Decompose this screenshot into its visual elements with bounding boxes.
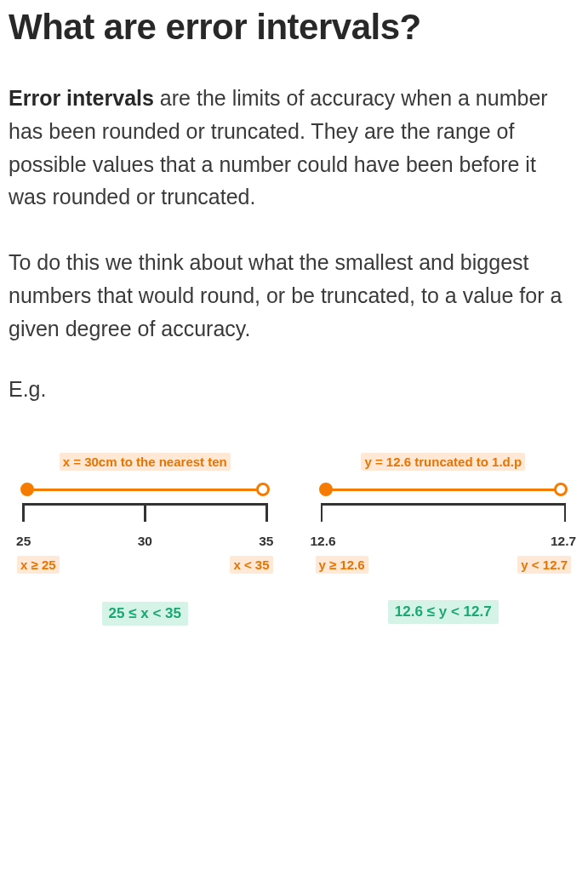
intro-bold: Error intervals	[9, 86, 154, 110]
endpoint-open-icon	[554, 483, 568, 496]
interval-line	[22, 483, 268, 498]
tick-label: 30	[138, 534, 152, 549]
axis-tick	[144, 503, 146, 522]
tick-label: 12.6	[310, 534, 335, 549]
endpoint-open-icon	[256, 483, 270, 496]
axis-tick	[321, 503, 323, 522]
tick-label: 12.7	[551, 534, 576, 549]
tick-labels: 12.6 12.7	[321, 534, 567, 551]
interval-bar	[22, 489, 268, 491]
intro-paragraph: Error intervals are the limits of accura…	[9, 82, 579, 214]
example-label: E.g.	[9, 377, 579, 402]
combined-inequality: 12.6 ≤ y < 12.7	[388, 600, 499, 624]
axis-tick	[22, 503, 25, 522]
axis	[22, 503, 268, 534]
lower-bound: x ≥ 25	[17, 556, 60, 574]
diagram-caption: y = 12.6 truncated to 1.d.p	[361, 453, 525, 471]
upper-bound: y < 12.7	[517, 556, 571, 574]
bound-inequalities: y ≥ 12.6 y < 12.7	[316, 556, 572, 576]
diagram-rounding: x = 30cm to the nearest ten 25 30 35 x ≥…	[17, 453, 273, 626]
lower-bound: y ≥ 12.6	[316, 556, 368, 574]
tick-labels: 25 30 35	[22, 534, 268, 551]
interval-bar	[321, 489, 567, 491]
axis-line	[321, 503, 567, 506]
diagram-truncation: y = 12.6 truncated to 1.d.p 12.6 12.7 y …	[316, 453, 572, 626]
axis-tick	[564, 503, 567, 522]
tick-label: 25	[16, 534, 31, 549]
combined-inequality: 25 ≤ x < 35	[102, 602, 188, 626]
axis	[321, 503, 567, 534]
interval-line	[321, 483, 567, 498]
bound-inequalities: x ≥ 25 x < 35	[17, 556, 273, 576]
endpoint-closed-icon	[20, 483, 34, 496]
tick-label: 35	[259, 534, 273, 549]
upper-bound: x < 35	[230, 556, 272, 574]
axis-tick	[265, 503, 268, 522]
diagram-caption: x = 30cm to the nearest ten	[60, 453, 231, 471]
paragraph-2: To do this we think about what the small…	[9, 246, 579, 345]
page-heading: What are error intervals?	[9, 7, 579, 48]
diagrams-container: x = 30cm to the nearest ten 25 30 35 x ≥…	[9, 453, 579, 626]
endpoint-closed-icon	[319, 483, 333, 496]
